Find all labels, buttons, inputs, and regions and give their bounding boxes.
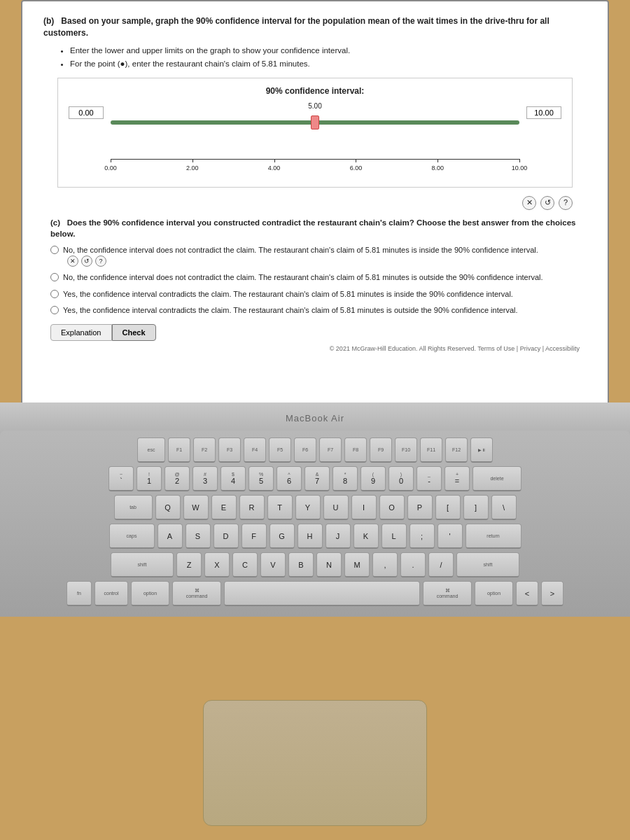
key-fn[interactable]: fn bbox=[66, 581, 92, 606]
key-equal[interactable]: += bbox=[444, 466, 470, 491]
key-2[interactable]: @2 bbox=[164, 466, 190, 491]
key-w[interactable]: W bbox=[183, 495, 209, 520]
help-icon[interactable]: ? bbox=[559, 196, 573, 210]
key-tab[interactable]: tab bbox=[114, 495, 153, 520]
opt1-help-icon[interactable]: ? bbox=[95, 255, 106, 267]
key-command-right[interactable]: ⌘ command bbox=[423, 581, 472, 606]
key-f4[interactable]: F4 bbox=[244, 438, 266, 463]
key-y[interactable]: Y bbox=[295, 495, 321, 520]
key-p[interactable]: P bbox=[407, 495, 433, 520]
key-f2[interactable]: F2 bbox=[193, 438, 216, 463]
key-rbracket[interactable]: ] bbox=[463, 495, 489, 520]
key-n[interactable]: N bbox=[316, 552, 342, 578]
key-f1[interactable]: F1 bbox=[168, 438, 190, 463]
key-e[interactable]: E bbox=[211, 495, 237, 520]
key-minus[interactable]: _- bbox=[416, 466, 442, 491]
radio-3[interactable] bbox=[50, 290, 59, 298]
key-f8[interactable]: F8 bbox=[344, 438, 367, 463]
key-7[interactable]: &7 bbox=[304, 466, 330, 491]
ci-tick-1 bbox=[192, 159, 193, 162]
key-0[interactable]: )0 bbox=[388, 466, 414, 491]
radio-1[interactable] bbox=[50, 246, 59, 254]
key-9[interactable]: (9 bbox=[360, 466, 386, 491]
key-slash[interactable]: / bbox=[428, 552, 454, 578]
key-4[interactable]: $4 bbox=[220, 466, 246, 491]
key-option-right[interactable]: option bbox=[475, 581, 513, 606]
ci-right-input[interactable] bbox=[526, 106, 561, 119]
ci-tick-2 bbox=[274, 159, 275, 162]
undo-icon[interactable]: ↺ bbox=[540, 196, 554, 210]
key-s[interactable]: S bbox=[186, 524, 211, 549]
key-space[interactable] bbox=[224, 581, 420, 606]
key-d[interactable]: D bbox=[214, 524, 239, 549]
key-backslash[interactable]: \ bbox=[491, 495, 517, 520]
key-b[interactable]: B bbox=[288, 552, 314, 578]
key-5[interactable]: %5 bbox=[248, 466, 274, 491]
key-caps[interactable]: caps bbox=[109, 524, 155, 549]
key-1[interactable]: !1 bbox=[136, 466, 162, 491]
key-f[interactable]: F bbox=[241, 524, 267, 549]
key-delete[interactable]: delete bbox=[472, 466, 522, 491]
key-a[interactable]: A bbox=[158, 524, 183, 549]
key-c[interactable]: C bbox=[232, 552, 258, 578]
radio-4[interactable] bbox=[50, 306, 59, 314]
key-shift-right[interactable]: shift bbox=[456, 552, 519, 578]
ci-thumb[interactable] bbox=[311, 115, 319, 130]
key-semicolon[interactable]: ; bbox=[410, 524, 435, 549]
key-u[interactable]: U bbox=[323, 495, 349, 520]
key-3[interactable]: #3 bbox=[192, 466, 218, 491]
x-icon[interactable]: ✕ bbox=[522, 196, 536, 210]
key-x[interactable]: X bbox=[204, 552, 230, 578]
ci-left-input[interactable] bbox=[69, 106, 104, 119]
key-z[interactable]: Z bbox=[176, 552, 202, 578]
key-r[interactable]: R bbox=[239, 495, 265, 520]
key-lbracket[interactable]: [ bbox=[435, 495, 461, 520]
key-g[interactable]: G bbox=[270, 524, 295, 549]
key-return[interactable]: return bbox=[465, 524, 522, 549]
key-comma[interactable]: , bbox=[372, 552, 398, 578]
key-6[interactable]: ^6 bbox=[276, 466, 302, 491]
key-quote[interactable]: ' bbox=[438, 524, 463, 549]
key-f5[interactable]: F5 bbox=[269, 438, 291, 463]
key-f3[interactable]: F3 bbox=[218, 438, 241, 463]
key-l[interactable]: L bbox=[382, 524, 407, 549]
key-i[interactable]: I bbox=[351, 495, 377, 520]
key-f11[interactable]: F11 bbox=[420, 438, 442, 463]
key-f13[interactable]: ▶⏸ bbox=[470, 438, 493, 463]
ci-tick-label-1: 2.00 bbox=[186, 164, 199, 173]
key-backtick[interactable]: ~` bbox=[108, 466, 134, 491]
key-option-left[interactable]: option bbox=[131, 581, 169, 606]
key-esc[interactable]: esc bbox=[137, 438, 165, 463]
radio-2[interactable] bbox=[50, 273, 59, 281]
key-command-left[interactable]: ⌘ command bbox=[172, 581, 221, 606]
key-8[interactable]: *8 bbox=[332, 466, 358, 491]
key-period[interactable]: . bbox=[400, 552, 426, 578]
key-f7[interactable]: F7 bbox=[319, 438, 342, 463]
key-t[interactable]: T bbox=[267, 495, 293, 520]
key-m[interactable]: M bbox=[344, 552, 370, 578]
key-arrow-right[interactable]: > bbox=[541, 581, 564, 606]
key-q[interactable]: Q bbox=[155, 495, 181, 520]
key-f9[interactable]: F9 bbox=[370, 438, 392, 463]
check-button[interactable]: Check bbox=[112, 324, 156, 341]
key-v[interactable]: V bbox=[260, 552, 286, 578]
key-k[interactable]: K bbox=[354, 524, 379, 549]
opt1-x-icon[interactable]: ✕ bbox=[67, 255, 78, 267]
ci-tick-label-4: 8.00 bbox=[431, 164, 444, 173]
key-f10[interactable]: F10 bbox=[395, 438, 417, 463]
trackpad[interactable] bbox=[203, 700, 427, 826]
key-h[interactable]: H bbox=[298, 524, 323, 549]
explanation-button[interactable]: Explanation bbox=[50, 324, 112, 341]
key-j[interactable]: J bbox=[326, 524, 351, 549]
key-control[interactable]: control bbox=[94, 581, 128, 606]
key-shift-left[interactable]: shift bbox=[111, 552, 174, 578]
key-f6[interactable]: F6 bbox=[294, 438, 316, 463]
ci-tick-label-3: 6.00 bbox=[350, 164, 363, 173]
ci-axis-line bbox=[111, 159, 519, 160]
key-o[interactable]: O bbox=[379, 495, 405, 520]
key-arrow-left[interactable]: < bbox=[516, 581, 538, 606]
opt1-undo-icon[interactable]: ↺ bbox=[81, 255, 92, 267]
key-f12[interactable]: F12 bbox=[445, 438, 468, 463]
macbook-air-label: MacBook Air bbox=[0, 413, 630, 424]
ci-point-label: 5.00 bbox=[308, 102, 321, 111]
